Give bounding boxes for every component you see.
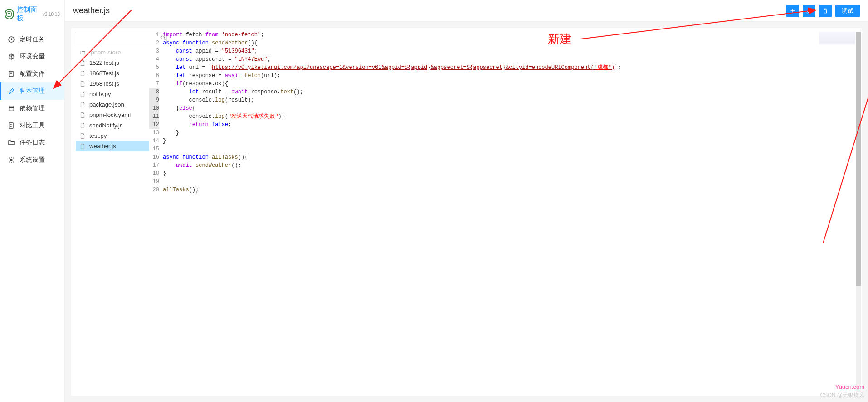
add-button[interactable]	[786, 5, 799, 17]
svg-point-0	[6, 11, 12, 17]
watermark-site: Yuucn.com	[835, 383, 864, 390]
brand: 控制面板 v2.10.13	[0, 0, 64, 28]
nav-item-env[interactable]: 环境变量	[0, 48, 64, 65]
edit-button[interactable]	[803, 5, 815, 17]
tree-item-label: 1522Test.js	[89, 59, 119, 66]
tree-item-label: weather.js	[89, 143, 116, 150]
file-cog-icon	[8, 70, 15, 77]
nav-label: 脚本管理	[20, 87, 45, 95]
folder-icon	[79, 49, 86, 56]
tree-item[interactable]: .pnpm-store	[76, 47, 149, 58]
tree-item[interactable]: package.json	[76, 99, 149, 110]
sidebar: 控制面板 v2.10.13 定时任务 环境变量 配置文件 脚本管理 依赖	[0, 0, 65, 402]
nav-item-diff[interactable]: 对比工具	[0, 117, 64, 134]
delete-button[interactable]	[819, 5, 832, 17]
nav-item-settings[interactable]: 系统设置	[0, 151, 64, 169]
file-icon	[79, 60, 86, 66]
tree-item-label: sendNotify.js	[89, 122, 122, 129]
app-logo-icon	[5, 9, 14, 19]
tree-item-label: notify.py	[89, 91, 111, 97]
tree-item[interactable]: notify.py	[76, 89, 149, 99]
nav-label: 环境变量	[20, 53, 45, 61]
svg-rect-4	[9, 123, 13, 128]
tree-item[interactable]: sendNotify.js	[76, 120, 149, 131]
brand-title: 控制面板	[17, 5, 40, 23]
nav-item-log[interactable]: 任务日志	[0, 134, 64, 151]
nav-item-deps[interactable]: 依赖管理	[0, 100, 64, 117]
line-gutter: 1234567891011121314151617181920	[149, 31, 163, 396]
topbar: weather.js 调试	[65, 0, 868, 22]
folder-icon	[8, 139, 15, 146]
search-wrap	[76, 32, 146, 44]
tree-item-label: .pnpm-store	[89, 49, 121, 56]
nav-item-config[interactable]: 配置文件	[0, 65, 64, 82]
content-panel: .pnpm-store1522Test.js1868Test.js1958Tes…	[71, 28, 862, 396]
page-title: weather.js	[73, 6, 110, 15]
code-editor[interactable]: 1234567891011121314151617181920 import f…	[149, 28, 862, 396]
nav-list: 定时任务 环境变量 配置文件 脚本管理 依赖管理 对比工具	[0, 28, 64, 169]
code-area[interactable]: import fetch from 'node-fetch';async fun…	[163, 31, 862, 396]
file-icon	[79, 112, 86, 118]
nav-item-script[interactable]: 脚本管理	[0, 82, 64, 100]
diff-icon	[8, 122, 15, 129]
nav-label: 配置文件	[20, 70, 45, 78]
tree-item[interactable]: test.py	[76, 131, 149, 141]
file-icon	[79, 81, 86, 87]
scrollbar-thumb[interactable]	[856, 32, 861, 286]
package-icon	[8, 105, 15, 112]
nav-label: 任务日志	[20, 139, 45, 147]
minimap[interactable]	[819, 32, 855, 59]
tree-item-label: 1958Test.js	[89, 80, 119, 87]
nav-label: 依赖管理	[20, 104, 45, 112]
file-panel: .pnpm-store1522Test.js1868Test.js1958Tes…	[71, 28, 149, 396]
file-icon	[79, 91, 86, 97]
tree-item-label: test.py	[89, 132, 107, 139]
clock-icon	[8, 36, 15, 43]
file-icon	[79, 143, 86, 150]
gear-icon	[8, 156, 15, 164]
tree-item[interactable]: 1958Test.js	[76, 78, 149, 89]
tree-item[interactable]: 1868Test.js	[76, 68, 149, 78]
tree-item-label: 1868Test.js	[89, 70, 119, 77]
cube-icon	[8, 53, 15, 60]
svg-rect-3	[9, 106, 14, 111]
tree-item-label: package.json	[89, 101, 124, 108]
main: weather.js 调试	[65, 0, 868, 402]
tree-item[interactable]: pnpm-lock.yaml	[76, 110, 149, 120]
edit-icon	[8, 87, 15, 95]
search-input[interactable]	[76, 32, 160, 44]
watermark-csdn: CSDN @无银烧风	[820, 392, 864, 399]
file-icon	[79, 70, 86, 77]
svg-point-5	[10, 159, 12, 161]
tree-item[interactable]: 1522Test.js	[76, 58, 149, 68]
topbar-actions: 调试	[786, 5, 860, 17]
tree-item[interactable]: weather.js	[76, 141, 149, 151]
file-icon	[79, 122, 86, 129]
nav-item-cron[interactable]: 定时任务	[0, 31, 64, 48]
nav-label: 定时任务	[20, 35, 45, 44]
debug-button[interactable]: 调试	[835, 5, 860, 17]
file-tree: .pnpm-store1522Test.js1868Test.js1958Tes…	[76, 47, 149, 151]
brand-version: v2.10.13	[43, 12, 60, 17]
vertical-scrollbar[interactable]	[856, 32, 861, 392]
nav-label: 系统设置	[20, 156, 45, 164]
tree-item-label: pnpm-lock.yaml	[89, 111, 131, 118]
file-icon	[79, 133, 86, 139]
nav-label: 对比工具	[20, 121, 45, 130]
file-icon	[79, 102, 86, 108]
